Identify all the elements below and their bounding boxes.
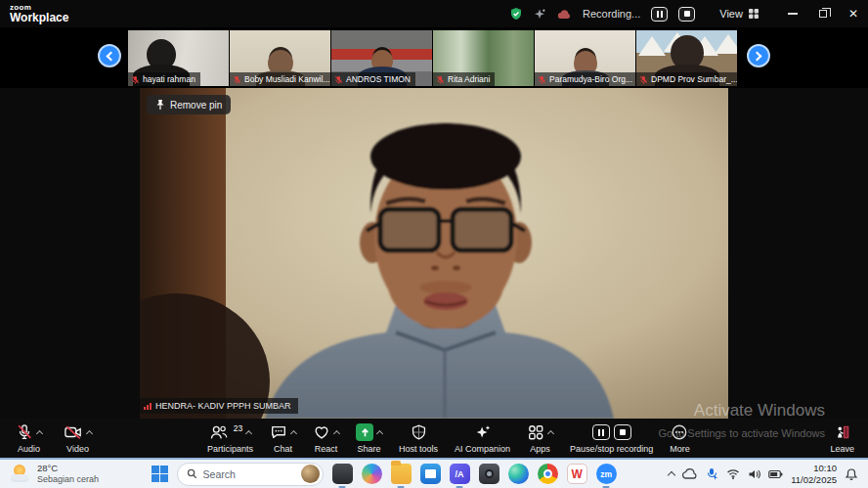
scroll-left-button[interactable]	[98, 44, 121, 67]
participant-name: DPMD Prov Sumbar_...	[651, 74, 737, 84]
remove-pin-label: Remove pin	[170, 100, 222, 111]
ai-companion-icon	[474, 423, 492, 441]
participant-thumbnail-strip: hayati rahman Boby Musliadi Kanwil... AN…	[0, 27, 868, 88]
microsoft-store-icon[interactable]	[420, 464, 441, 484]
muted-mic-icon	[639, 75, 648, 84]
ia-app-icon[interactable]: /A	[450, 464, 470, 484]
participant-tile[interactable]: ANDROS TIMON	[331, 30, 432, 86]
file-explorer-icon[interactable]	[391, 464, 412, 484]
participant-tile[interactable]: Boby Musliadi Kanwil...	[230, 30, 330, 86]
security-shield-icon[interactable]	[509, 7, 523, 21]
apps-button[interactable]: Apps	[527, 419, 553, 458]
battery-icon[interactable]	[768, 469, 783, 479]
view-label: View	[719, 8, 743, 20]
search-box[interactable]: Search	[177, 463, 324, 486]
hidden-icons-chevron[interactable]	[668, 471, 675, 479]
pause-recording-icon[interactable]	[592, 424, 610, 440]
participants-icon	[209, 423, 229, 441]
more-button[interactable]: More	[670, 419, 690, 458]
muted-mic-icon	[131, 75, 140, 84]
participant-name-chip: Rita Adriani	[433, 72, 495, 86]
more-ellipsis-icon	[671, 423, 688, 441]
participant-name-chip: Boby Musliadi Kanwil...	[230, 72, 330, 86]
participants-options-caret[interactable]	[245, 430, 252, 437]
muted-mic-icon	[334, 75, 343, 84]
react-button[interactable]: React	[313, 419, 339, 458]
minimize-button[interactable]	[788, 13, 798, 15]
ai-companion-button[interactable]: AI Companion	[455, 419, 510, 458]
share-button[interactable]: Share	[356, 419, 382, 458]
speaker-icon[interactable]	[748, 468, 760, 480]
weather-widget[interactable]: 28°C Sebagian cerah	[10, 464, 99, 484]
chrome-browser-icon[interactable]	[538, 464, 558, 484]
search-highlight-image[interactable]	[301, 465, 320, 483]
muted-camera-icon	[64, 423, 83, 441]
notifications-bell-icon[interactable]	[845, 467, 858, 481]
weather-icon	[10, 464, 31, 483]
participant-name-chip: hayati rahman	[128, 72, 200, 86]
camera-app-icon[interactable]	[479, 464, 499, 484]
pause-stop-label: Pause/stop recording	[570, 444, 653, 454]
host-tools-button[interactable]: Host tools	[399, 419, 438, 458]
speaker-video-frame	[140, 88, 728, 419]
start-button[interactable]	[152, 466, 168, 482]
participant-tile[interactable]: Rita Adriani	[433, 30, 534, 86]
audio-options-caret[interactable]	[36, 430, 43, 437]
share-options-caret[interactable]	[376, 430, 383, 437]
logo-workplace-text: Workplace	[10, 12, 68, 23]
search-icon	[187, 468, 197, 479]
close-button[interactable]: ✕	[848, 8, 858, 20]
participant-tile[interactable]: DPMD Prov Sumbar_...	[636, 30, 737, 86]
apps-options-caret[interactable]	[547, 430, 554, 437]
participants-button[interactable]: 23 Participants	[207, 419, 253, 458]
pause-recording-button[interactable]	[651, 7, 668, 22]
video-label: Video	[66, 444, 89, 454]
window-titlebar: zoom Workplace Recording... View	[0, 0, 868, 27]
stop-recording-icon[interactable]	[614, 424, 631, 440]
participant-tile[interactable]: Paramudya-Biro Org...	[535, 30, 635, 86]
react-options-caret[interactable]	[333, 430, 340, 437]
stop-recording-button[interactable]	[678, 7, 695, 22]
clock-widget[interactable]: 10:10 11/02/2025	[791, 463, 837, 485]
wps-office-icon[interactable]: W	[567, 464, 587, 484]
participant-name: Paramudya-Biro Org...	[549, 74, 632, 84]
heart-icon	[313, 423, 330, 441]
leave-door-icon	[834, 423, 851, 441]
participant-name-chip: DPMD Prov Sumbar_...	[636, 72, 737, 86]
muted-mic-icon	[436, 75, 445, 84]
more-label: More	[670, 444, 690, 454]
scroll-right-button[interactable]	[747, 44, 770, 67]
copilot-icon[interactable]	[362, 464, 382, 484]
wifi-icon[interactable]	[726, 468, 740, 479]
chat-options-caret[interactable]	[290, 430, 297, 437]
restore-button[interactable]	[819, 10, 827, 18]
leave-button[interactable]: Leave	[830, 419, 854, 458]
audio-label: Audio	[18, 444, 40, 454]
ai-companion-sparkle-icon[interactable]	[534, 8, 546, 21]
chat-button[interactable]: Chat	[270, 419, 296, 458]
chat-icon	[270, 423, 287, 441]
connection-quality-icon	[144, 403, 152, 410]
pause-stop-recording-button[interactable]: Pause/stop recording	[570, 419, 653, 458]
participants-label: Participants	[207, 444, 253, 454]
mic-in-use-icon[interactable]	[706, 467, 718, 480]
participant-name: hayati rahman	[143, 74, 195, 84]
zoom-app-icon[interactable]: zm	[596, 464, 617, 484]
leave-label: Leave	[830, 444, 854, 454]
pinned-speaker-video[interactable]: Remove pin HENDRA- KADIV PPPH SUMBAR	[140, 88, 728, 419]
video-button[interactable]: Video	[64, 419, 92, 458]
muted-mic-icon	[16, 423, 33, 441]
taskbar-app-window-icon[interactable]	[332, 464, 353, 484]
windows-taskbar: 28°C Sebagian cerah Search /A W zm	[0, 458, 868, 488]
host-tools-label: Host tools	[399, 444, 438, 454]
view-button[interactable]: View	[719, 8, 760, 20]
search-placeholder: Search	[203, 468, 295, 480]
onedrive-cloud-icon[interactable]	[682, 468, 698, 479]
edge-browser-icon[interactable]	[508, 464, 529, 484]
participants-count-badge: 23	[234, 423, 242, 433]
participant-tile[interactable]: hayati rahman	[128, 30, 229, 86]
video-options-caret[interactable]	[86, 430, 93, 437]
remove-pin-button[interactable]: Remove pin	[147, 95, 231, 114]
participant-name: ANDROS TIMON	[346, 74, 411, 84]
audio-button[interactable]: Audio	[16, 419, 42, 458]
